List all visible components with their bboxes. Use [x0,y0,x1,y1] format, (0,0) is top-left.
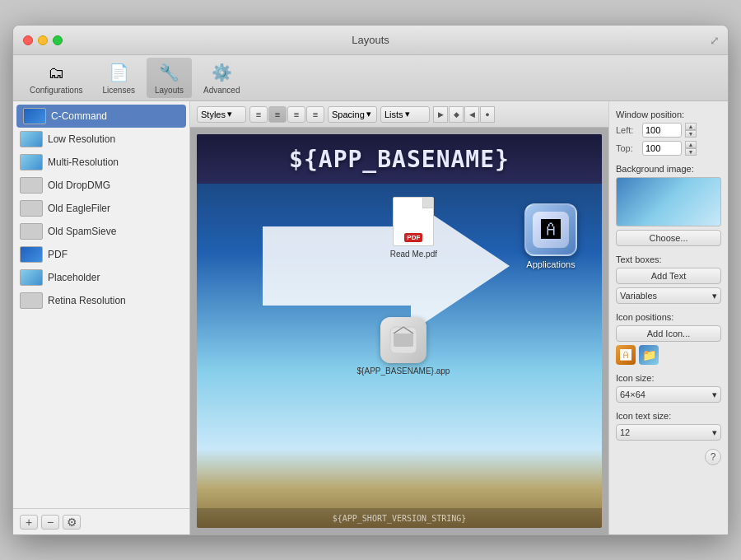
styles-dropdown[interactable]: Styles ▾ [197,106,246,123]
resize-icon[interactable]: ⤢ [710,34,720,47]
variables-chevron-icon: ▾ [712,291,717,301]
sidebar-item-label-pdf: PDF [48,249,68,260]
sidebar-thumb-pdf [20,246,43,263]
sidebar-item-old-eaglefiler[interactable]: Old EagleFiler [13,197,189,220]
left-row: Left: ▲ ▼ [616,123,721,138]
styles-chevron-icon: ▾ [227,109,232,119]
align-center-button[interactable]: ≡ [268,106,287,123]
toolbar-configurations[interactable]: 🗂 Configurations [21,58,91,98]
window-title: Layouts [352,34,389,46]
applications-icon: 🅰 [524,203,577,256]
sidebar-thumb-low-resolution [20,131,43,147]
sidebar-item-multi-resolution[interactable]: Multi-Resolution [13,151,189,174]
lists-chevron-icon: ▾ [405,109,410,119]
zoom-button[interactable] [53,35,63,45]
toolbar-layouts-label: Layouts [155,86,184,95]
icon-preview-a: 🅰 [616,345,636,365]
close-button[interactable] [23,35,33,45]
add-layout-button[interactable]: + [20,515,38,530]
app-icon [380,317,426,363]
pdf-badge: PDF [404,233,422,242]
pdf-icon-container: PDF Read Me.pdf [390,197,437,259]
icon-text-size-select[interactable]: 12 ▾ [616,424,721,441]
left-stepper-down[interactable]: ▼ [685,130,697,138]
icon-preview-b: 📁 [639,345,659,365]
icon-text-size-chevron-icon: ▾ [712,427,717,438]
toolbar-advanced[interactable]: ⚙️ Advanced [195,58,248,98]
window-position-section: Window position: Left: ▲ ▼ Top: ▲ ▼ [616,110,721,156]
minimize-button[interactable] [38,35,48,45]
sidebar-item-label-old-eaglefiler: Old EagleFiler [48,203,110,214]
sidebar-item-low-resolution[interactable]: Low Resolution [13,128,189,151]
align-buttons: ≡ ≡ ≡ ≡ [249,106,324,123]
canvas-area: ${APP_BASENAME} [190,128,608,534]
nav-play-button[interactable]: ▶ [433,106,448,123]
pdf-icon: PDF [393,197,434,246]
sidebar-thumb-placeholder [20,269,43,286]
icon-size-select[interactable]: 64×64 ▾ [616,386,721,403]
toolbar-advanced-label: Advanced [203,86,240,95]
applications-label: Applications [526,259,575,269]
top-row: Top: ▲ ▼ [616,141,721,156]
sidebar-items: C-Command Low Resolution Multi-Resolutio… [13,101,189,508]
sidebar-item-c-command[interactable]: C-Command [16,105,186,128]
align-left-button[interactable]: ≡ [249,106,268,123]
left-stepper: ▲ ▼ [685,123,697,138]
toolbar-licenses[interactable]: 📄 Licenses [94,58,142,98]
sidebar-item-pdf[interactable]: PDF [13,243,189,266]
sidebar-item-label-placeholder: Placeholder [48,272,100,283]
nav-diamond-button[interactable]: ◆ [449,106,464,123]
sidebar-thumb-c-command [23,108,46,124]
icon-size-value: 64×64 [620,390,645,399]
align-right-button[interactable]: ≡ [287,106,305,123]
top-stepper-up[interactable]: ▲ [685,141,697,148]
layouts-icon: 🔧 [157,61,180,84]
licenses-icon: 📄 [107,61,130,84]
variables-dropdown[interactable]: Variables ▾ [616,287,721,304]
remove-layout-button[interactable]: − [41,515,59,530]
sidebar: C-Command Low Resolution Multi-Resolutio… [13,101,190,534]
sidebar-thumb-old-eaglefiler [20,200,43,217]
sidebar-item-old-dropdmg[interactable]: Old DropDMG [13,174,189,197]
left-input[interactable] [642,123,682,138]
sidebar-item-label-c-command: C-Command [51,110,107,122]
left-stepper-up[interactable]: ▲ [685,123,697,130]
sidebar-item-old-spamsieve[interactable]: Old SpamSieve [13,220,189,243]
nav-circle-button[interactable]: ● [480,106,495,123]
dmg-footer: ${APP_SHORT_VERSION_STRING} [197,508,602,528]
toolbar-licenses-label: Licenses [102,86,134,95]
top-input[interactable] [642,141,682,156]
icon-previews: 🅰 📁 [616,345,721,365]
pdf-label: Read Me.pdf [390,250,437,259]
toolbar-layouts[interactable]: 🔧 Layouts [147,58,192,98]
spacing-dropdown[interactable]: Spacing ▾ [328,106,377,123]
spacing-label: Spacing [332,110,365,119]
sidebar-thumb-retina-resolution [20,292,43,309]
lists-dropdown[interactable]: Lists ▾ [380,106,430,123]
help-button[interactable]: ? [705,449,721,465]
titlebar: Layouts ⤢ [13,26,728,55]
add-text-button[interactable]: Add Text [616,268,721,284]
align-justify-button[interactable]: ≡ [306,106,324,123]
main-content: C-Command Low Resolution Multi-Resolutio… [13,101,728,534]
dmg-header: ${APP_BASENAME} [197,134,602,184]
dmg-canvas: ${APP_BASENAME} [197,134,602,528]
choose-button[interactable]: Choose... [616,230,721,246]
apps-inner-icon: 🅰 [533,212,569,248]
background-preview [616,177,721,226]
format-bar: Styles ▾ ≡ ≡ ≡ ≡ Spacing ▾ Lists ▾ [190,101,608,128]
action-menu-button[interactable]: ⚙ [63,515,81,530]
top-stepper-down[interactable]: ▼ [685,148,697,156]
icon-text-size-label: Icon text size: [616,411,721,421]
add-icon-button[interactable]: Add Icon... [616,325,721,342]
app-icon-container: ${APP_BASENAME}.app [357,317,450,376]
icon-text-size-section: Icon text size: 12 ▾ [616,411,721,441]
nav-back-button[interactable]: ◀ [464,106,479,123]
app-basename-header: ${APP_BASENAME} [289,146,510,173]
text-boxes-section: Text boxes: Add Text Variables ▾ [616,254,721,304]
icon-positions-section: Icon positions: Add Icon... 🅰 📁 [616,312,721,365]
sidebar-item-placeholder[interactable]: Placeholder [13,266,189,289]
spacing-chevron-icon: ▾ [366,109,371,119]
sidebar-item-label-retina-resolution: Retina Resolution [48,295,126,306]
sidebar-item-retina-resolution[interactable]: Retina Resolution [13,289,189,312]
